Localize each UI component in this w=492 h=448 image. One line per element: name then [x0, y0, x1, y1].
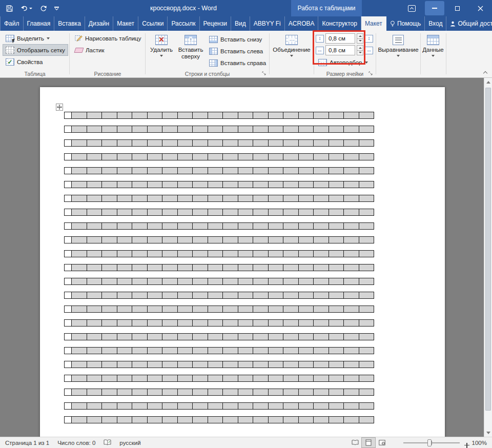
table-cell[interactable]: [177, 347, 193, 354]
table-cell[interactable]: [283, 250, 299, 257]
table-cell[interactable]: [162, 236, 178, 243]
table-cell[interactable]: [192, 333, 208, 340]
table-cell[interactable]: [147, 153, 163, 160]
table-cell[interactable]: [343, 306, 359, 313]
table-cell[interactable]: [268, 375, 284, 382]
table-cell-leader[interactable]: [64, 112, 72, 119]
table-cell[interactable]: [162, 209, 178, 216]
table-cell[interactable]: [329, 416, 344, 423]
table-cell[interactable]: [101, 306, 117, 313]
table-cell[interactable]: [117, 209, 133, 216]
table-cell[interactable]: [298, 126, 314, 133]
table-cell[interactable]: [222, 112, 238, 119]
table-cell[interactable]: [222, 195, 238, 202]
table-cell[interactable]: [283, 126, 299, 133]
table-cell[interactable]: [208, 222, 223, 230]
tab-home[interactable]: Главная: [24, 16, 55, 31]
table-cell[interactable]: [147, 139, 163, 147]
table-cell[interactable]: [268, 167, 284, 174]
table-cell[interactable]: [132, 361, 148, 368]
table-cell-leader[interactable]: [64, 319, 72, 327]
table-cell[interactable]: [87, 278, 102, 285]
zoom-slider-thumb[interactable]: [427, 439, 432, 446]
table-cell[interactable]: [101, 264, 117, 271]
table-cell[interactable]: [343, 292, 359, 299]
table-cell[interactable]: [132, 236, 148, 243]
table-cell[interactable]: [222, 389, 238, 396]
table-cell[interactable]: [283, 333, 299, 340]
table-cell[interactable]: [359, 126, 375, 133]
table-cell[interactable]: [268, 153, 284, 160]
table-cell[interactable]: [298, 347, 314, 354]
table-cell[interactable]: [87, 112, 102, 119]
table-cell[interactable]: [71, 236, 87, 243]
table-cell[interactable]: [208, 195, 223, 202]
table-cell[interactable]: [192, 264, 208, 271]
table-cell[interactable]: [238, 236, 254, 243]
table-cell[interactable]: [162, 333, 178, 340]
table-cell[interactable]: [162, 306, 178, 313]
table-cell[interactable]: [283, 402, 299, 410]
table-cell[interactable]: [359, 250, 375, 257]
table-cell[interactable]: [343, 402, 359, 410]
table-cell[interactable]: [147, 333, 163, 340]
table-cell[interactable]: [87, 264, 102, 271]
table-cell[interactable]: [222, 153, 238, 160]
tab-file[interactable]: Файл: [0, 16, 24, 31]
table-cell[interactable]: [329, 126, 344, 133]
table-cell[interactable]: [117, 153, 133, 160]
table-cell[interactable]: [101, 181, 117, 188]
table-cell[interactable]: [238, 389, 254, 396]
table-cell[interactable]: [101, 278, 117, 285]
table-cell[interactable]: [117, 112, 133, 119]
table-cell[interactable]: [177, 292, 193, 299]
scroll-up-icon[interactable]: [484, 78, 492, 86]
table-cell[interactable]: [71, 153, 87, 160]
table-cell[interactable]: [359, 264, 375, 271]
table-cell[interactable]: [117, 250, 133, 257]
undo-button[interactable]: [20, 5, 32, 11]
table-cell-leader[interactable]: [64, 333, 72, 340]
table-cell[interactable]: [71, 375, 87, 382]
table-cell[interactable]: [208, 292, 223, 299]
table-cell[interactable]: [162, 167, 178, 174]
table-cell[interactable]: [132, 181, 148, 188]
table-cell[interactable]: [117, 236, 133, 243]
table-cell[interactable]: [117, 416, 133, 423]
table-cell-leader[interactable]: [64, 292, 72, 299]
table-cell[interactable]: [359, 181, 375, 188]
table-cell-leader[interactable]: [64, 416, 72, 423]
table-cell[interactable]: [87, 319, 102, 327]
table-cell[interactable]: [147, 181, 163, 188]
table-cell[interactable]: [117, 389, 133, 396]
table-cell[interactable]: [162, 361, 178, 368]
table-cell[interactable]: [313, 416, 329, 423]
table-cell-leader[interactable]: [64, 389, 72, 396]
table-cell[interactable]: [313, 402, 329, 410]
table-cell[interactable]: [253, 209, 269, 216]
table-cell[interactable]: [343, 416, 359, 423]
table-cell[interactable]: [192, 139, 208, 147]
table-cell[interactable]: [359, 306, 375, 313]
table-cell[interactable]: [177, 167, 193, 174]
table-cell[interactable]: [71, 250, 87, 257]
table-cell[interactable]: [253, 306, 269, 313]
table-cell[interactable]: [101, 319, 117, 327]
table-cell[interactable]: [359, 292, 375, 299]
table-cell[interactable]: [359, 153, 375, 160]
table-cell[interactable]: [117, 375, 133, 382]
table-cell[interactable]: [117, 306, 133, 313]
table-cell[interactable]: [253, 126, 269, 133]
table-cell[interactable]: [177, 375, 193, 382]
table-cell[interactable]: [147, 389, 163, 396]
table-cell[interactable]: [238, 333, 254, 340]
table-cell[interactable]: [343, 181, 359, 188]
table-cell[interactable]: [298, 333, 314, 340]
table-cell[interactable]: [283, 306, 299, 313]
maximize-button[interactable]: [446, 0, 469, 16]
table-cell[interactable]: [222, 167, 238, 174]
table-cell[interactable]: [71, 278, 87, 285]
table-cell-leader[interactable]: [64, 278, 72, 285]
print-layout-icon[interactable]: [362, 438, 375, 447]
draw-table-button[interactable]: Нарисовать таблицу: [72, 33, 144, 44]
